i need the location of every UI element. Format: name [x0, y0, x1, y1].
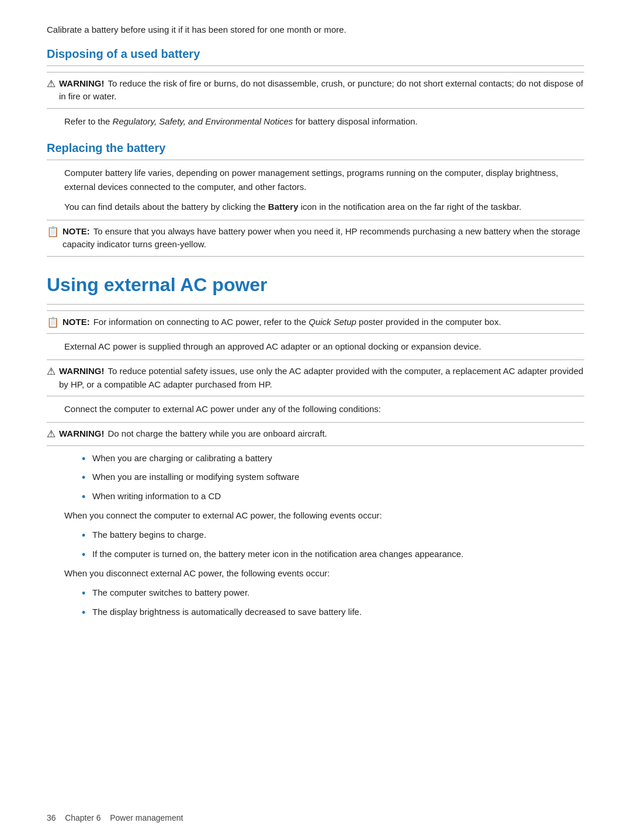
warning-triangle-icon-2: ⚠ — [47, 365, 56, 378]
section1-warning-text: WARNING!To reduce the risk of fire or bu… — [59, 77, 584, 103]
section3-body1: External AC power is supplied through an… — [47, 340, 584, 354]
section3-bullets3: The computer switches to battery power.T… — [82, 586, 584, 618]
section3-warning2-text: WARNING!Do not charge the battery while … — [59, 427, 327, 441]
section3-body3: When you connect the computer to externa… — [47, 509, 584, 523]
warning-triangle-icon: ⚠ — [47, 78, 56, 90]
section3-warning2: ⚠ WARNING!Do not charge the battery whil… — [47, 422, 584, 446]
section1-divider — [47, 65, 584, 66]
section1-refer-text: Refer to the Regulatory, Safety, and Env… — [47, 115, 584, 129]
section3-warning1: ⚠ WARNING!To reduce potential safety iss… — [47, 359, 584, 396]
list-item: The display brightness is automatically … — [82, 606, 584, 619]
section3-note-text: NOTE:For information on connecting to AC… — [63, 316, 501, 329]
footer-page-num: 36 — [47, 813, 56, 822]
section3-note: 📋 NOTE:For information on connecting to … — [47, 310, 584, 334]
section2-divider — [47, 160, 584, 160]
section1-warning: ⚠ WARNING!To reduce the risk of fire or … — [47, 72, 584, 109]
list-item: When writing information to a CD — [82, 490, 584, 503]
section3-body4: When you disconnect external AC power, t… — [47, 566, 584, 580]
section3-bullets1: When you are charging or calibrating a b… — [82, 452, 584, 503]
list-item: The battery begins to charge. — [82, 528, 584, 542]
list-item: If the computer is turned on, the batter… — [82, 548, 584, 561]
section2-body2: You can find details about the battery b… — [47, 200, 584, 214]
section3-heading: Using external AC power — [47, 274, 584, 296]
note-icon: 📋 — [47, 226, 59, 238]
section2-body1: Computer battery life varies, depending … — [47, 166, 584, 194]
list-item: The computer switches to battery power. — [82, 586, 584, 600]
section3-body2: Connect the computer to external AC powe… — [47, 402, 584, 416]
section2-note: 📋 NOTE:To ensure that you always have ba… — [47, 220, 584, 257]
list-item: When you are charging or calibrating a b… — [82, 452, 584, 465]
footer-chapter-title: Power management — [110, 813, 183, 822]
section2-note-text: NOTE:To ensure that you always have batt… — [63, 225, 584, 251]
section3-warning1-text: WARNING!To reduce potential safety issue… — [59, 365, 584, 391]
page-content: Calibrate a battery before using it if i… — [0, 0, 631, 671]
intro-text: Calibrate a battery before using it if i… — [47, 23, 584, 37]
warning-triangle-icon-3: ⚠ — [47, 428, 56, 440]
footer-chapter: Chapter 6 — [65, 813, 100, 822]
section3-bullets2: The battery begins to charge.If the comp… — [82, 528, 584, 561]
section2-heading: Replacing the battery — [47, 141, 584, 155]
page-footer: 36 Chapter 6 Power management — [47, 813, 183, 822]
list-item: When you are installing or modifying sys… — [82, 471, 584, 484]
section3-divider — [47, 304, 584, 305]
note-icon-2: 📋 — [47, 316, 59, 329]
section1-heading: Disposing of a used battery — [47, 47, 584, 61]
